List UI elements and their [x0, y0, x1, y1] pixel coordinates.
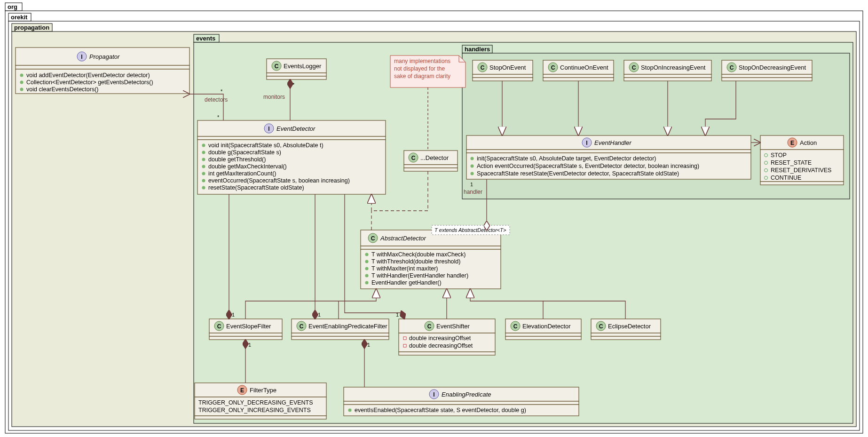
svg-point-52 — [202, 179, 205, 183]
class-ContinueOnEvent: C ContinueOnEvent — [543, 60, 614, 81]
svg-text:STOP: STOP — [771, 152, 787, 159]
svg-point-70 — [365, 253, 369, 256]
svg-point-42 — [202, 144, 205, 147]
svg-text:C: C — [275, 63, 279, 70]
svg-rect-137 — [543, 74, 614, 78]
svg-rect-57 — [404, 165, 458, 168]
svg-rect-132 — [473, 78, 533, 81]
svg-text:T withMaxIter(int maxIter): T withMaxIter(int maxIter) — [371, 265, 438, 272]
svg-text:orekit: orekit — [11, 14, 28, 21]
svg-point-72 — [365, 260, 369, 263]
svg-point-74 — [365, 267, 369, 270]
svg-text:Propagator: Propagator — [89, 53, 120, 60]
svg-text:monitors: monitors — [263, 94, 285, 100]
svg-rect-98 — [403, 337, 406, 340]
svg-text:RESET_DERIVATIVES: RESET_DERIVATIVES — [771, 167, 831, 174]
svg-text:not displayed for the: not displayed for the — [394, 65, 445, 72]
svg-text:double decreasingOffset: double decreasingOffset — [409, 342, 473, 349]
svg-text:double getMaxCheckInterval(): double getMaxCheckInterval() — [208, 163, 287, 170]
svg-rect-87 — [292, 333, 389, 336]
svg-text:1: 1 — [318, 312, 321, 318]
svg-rect-29 — [267, 76, 326, 79]
svg-rect-131 — [473, 74, 533, 78]
svg-point-162 — [471, 165, 474, 168]
svg-text:ContinueOnEvent: ContinueOnEvent — [560, 64, 608, 71]
svg-text:1: 1 — [248, 342, 251, 348]
svg-text:E: E — [240, 387, 244, 394]
svg-text:StopOnDecreasingEvent: StopOnDecreasingEvent — [739, 64, 806, 71]
svg-text:int getMaxIterationCount(): int getMaxIterationCount() — [208, 170, 276, 177]
svg-text:T withMaxCheck(double maxCheck: T withMaxCheck(double maxCheck) — [371, 251, 466, 258]
svg-text:EventEnablingPredicateFilter: EventEnablingPredicateFilter — [308, 323, 387, 330]
diagram-note: many implementations not displayed for t… — [390, 56, 466, 87]
svg-text:C: C — [300, 323, 304, 330]
svg-text:1: 1 — [232, 312, 235, 318]
class-StopOnDecreasingEvent: C StopOnDecreasingEvent — [722, 60, 812, 81]
svg-text:void init(SpacecraftState s0, : void init(SpacecraftState s0, AbsoluteDa… — [208, 142, 324, 149]
svg-rect-138 — [543, 78, 614, 81]
svg-text:StopOnIncreasingEvent: StopOnIncreasingEvent — [641, 64, 706, 71]
svg-point-160 — [471, 157, 474, 160]
svg-rect-82 — [209, 336, 282, 340]
svg-text:TRIGGER_ONLY_DECREASING_EVENTS: TRIGGER_ONLY_DECREASING_EVENTS — [198, 399, 313, 406]
svg-text:Action: Action — [800, 139, 817, 146]
svg-rect-63 — [361, 246, 501, 249]
svg-point-25 — [20, 88, 24, 91]
svg-rect-94 — [399, 352, 495, 355]
svg-text:FilterType: FilterType — [250, 387, 276, 394]
class-EventsLogger: C EventsLogger — [267, 59, 326, 79]
svg-text:double g(SpacecraftState s): double g(SpacecraftState s) — [208, 149, 281, 156]
svg-text:C: C — [371, 235, 375, 242]
svg-text:void clearEventsDetectors(): void clearEventsDetectors() — [26, 86, 99, 93]
svg-point-54 — [202, 186, 205, 190]
svg-text:I: I — [81, 54, 82, 60]
svg-text:C: C — [427, 323, 432, 330]
svg-text:C: C — [411, 155, 416, 161]
svg-point-21 — [20, 74, 24, 77]
class-Propagator: I Propagator void addEventDetector(Event… — [16, 48, 189, 94]
svg-rect-58 — [404, 168, 458, 171]
svg-text:void addEventDetector(EventDet: void addEventDetector(EventDetector dete… — [26, 72, 150, 79]
svg-point-23 — [20, 81, 24, 84]
svg-rect-37 — [197, 136, 386, 140]
class-AbstractDetector: C AbstractDetector T extends AbstractDet… — [361, 225, 510, 289]
svg-text:resetState(SpacecraftState old: resetState(SpacecraftState oldState) — [208, 184, 304, 191]
svg-rect-100 — [403, 344, 406, 347]
svg-text:StopOnEvent: StopOnEvent — [489, 64, 526, 71]
svg-rect-123 — [344, 401, 579, 405]
svg-point-128 — [348, 409, 352, 412]
svg-point-46 — [202, 158, 205, 161]
svg-text:EventShifter: EventShifter — [436, 323, 470, 330]
svg-text:I: I — [586, 140, 587, 146]
svg-text:eventIsEnabled(SpacecraftState: eventIsEnabled(SpacecraftState state, S … — [355, 407, 526, 413]
svg-text:sake of diagram clarity: sake of diagram clarity — [394, 73, 450, 79]
svg-point-44 — [202, 151, 205, 154]
class-EnablingPredicate: I EnablingPredicate eventIsEnabled(Space… — [344, 387, 579, 416]
svg-rect-116 — [195, 416, 326, 419]
svg-text:SpacecraftState resetState(Eve: SpacecraftState resetState(EventDetector… — [477, 170, 679, 177]
svg-point-78 — [365, 281, 369, 285]
svg-text:EventHandler getHandler(): EventHandler getHandler() — [371, 279, 442, 286]
svg-text:EventHandler: EventHandler — [594, 139, 631, 146]
svg-text:handler: handler — [464, 189, 482, 195]
svg-text:T extends AbstractDetector<T>: T extends AbstractDetector<T> — [434, 227, 506, 233]
svg-text:AbstractDetector: AbstractDetector — [380, 235, 426, 242]
svg-rect-16 — [16, 65, 189, 69]
svg-text:double increasingOffset: double increasingOffset — [409, 335, 471, 342]
class-StopOnIncreasingEvent: C StopOnIncreasingEvent — [624, 60, 711, 81]
svg-rect-144 — [624, 78, 711, 81]
class-EventEnablingPredicateFilter: C EventEnablingPredicateFilter — [292, 319, 389, 340]
class-EclipseDetector: C EclipseDetector — [591, 319, 661, 340]
class-ElevationDetector: C ElevationDetector — [505, 319, 581, 340]
svg-rect-149 — [722, 74, 812, 78]
svg-text:Action eventOccurred(Spacecraf: Action eventOccurred(SpacecraftState s, … — [477, 163, 699, 169]
svg-text:Collection<EventDetector> getE: Collection<EventDetector> getEventsDetec… — [26, 79, 153, 86]
svg-text:events: events — [196, 35, 215, 42]
svg-point-48 — [202, 165, 205, 168]
class-EventDetector: I EventDetector void init(SpacecraftStat… — [197, 120, 386, 194]
svg-text:C: C — [481, 64, 485, 71]
svg-text:E: E — [790, 140, 794, 146]
svg-text:handlers: handlers — [465, 46, 490, 53]
class-elided-detector: C ...Detector — [404, 151, 458, 171]
svg-text:double getThreshold(): double getThreshold() — [208, 156, 266, 163]
